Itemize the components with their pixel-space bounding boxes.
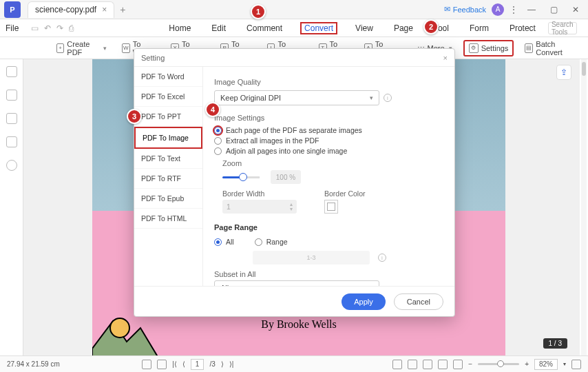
- menu-page[interactable]: Page: [391, 22, 416, 34]
- radio-page-range[interactable]: [255, 238, 262, 246]
- continuous-icon[interactable]: [453, 360, 463, 369]
- menu-home[interactable]: Home: [166, 22, 193, 34]
- batch-convert-button[interactable]: ▤Batch Convert: [521, 38, 580, 59]
- stepper-icon[interactable]: ▴▾: [290, 202, 293, 211]
- zoom-out-button[interactable]: −: [468, 360, 472, 368]
- select-tool-icon[interactable]: [157, 360, 167, 369]
- maximize-button[interactable]: ▢: [545, 3, 562, 17]
- info-icon[interactable]: i: [384, 94, 392, 102]
- undo-icon[interactable]: ↶: [44, 23, 51, 33]
- page-range-range-row[interactable]: Range: [255, 238, 288, 246]
- zoom-label: Zoom: [222, 159, 443, 167]
- search-rail-icon[interactable]: [6, 160, 17, 171]
- radio-page-all[interactable]: [214, 238, 222, 246]
- opt-each-page-label: Each page of the PDF as separate images: [226, 126, 362, 134]
- word-icon: W: [122, 43, 130, 53]
- zoom-slider[interactable]: [222, 176, 260, 178]
- menu-form[interactable]: Form: [467, 22, 492, 34]
- menu-comment[interactable]: Comment: [244, 22, 285, 34]
- close-window-button[interactable]: ✕: [567, 3, 584, 17]
- sidebar-pdf-to-epub[interactable]: PDF To Epub: [134, 189, 202, 209]
- page-range-input[interactable]: 1-3: [253, 251, 370, 265]
- zoom-value[interactable]: 100 %: [271, 170, 301, 184]
- bookmarks-icon[interactable]: [6, 90, 17, 101]
- sidebar-pdf-to-text[interactable]: PDF To Text: [134, 149, 202, 169]
- page-range-range-label: Range: [266, 238, 288, 246]
- menu-view[interactable]: View: [353, 22, 376, 34]
- first-page-button[interactable]: |⟨: [172, 360, 177, 368]
- menu-protect[interactable]: Protect: [507, 22, 538, 34]
- zoom-value-box[interactable]: 82%: [534, 359, 558, 370]
- print-icon[interactable]: ⎙: [69, 23, 74, 33]
- fit-page-icon[interactable]: [408, 360, 417, 369]
- prev-page-button[interactable]: ⟨: [182, 360, 185, 368]
- redo-icon[interactable]: ↷: [56, 23, 63, 33]
- attachments-icon[interactable]: [6, 113, 17, 124]
- two-page-icon[interactable]: [438, 360, 448, 369]
- sidebar-pdf-to-word[interactable]: PDF To Word: [134, 67, 202, 87]
- vertical-scrollbar[interactable]: [581, 59, 587, 355]
- sidebar-pdf-to-ppt[interactable]: PDF To PPT: [134, 107, 202, 127]
- search-tools-input[interactable]: Search Tools: [548, 22, 577, 34]
- user-avatar[interactable]: A: [492, 3, 504, 16]
- page-range-all-label: All: [226, 238, 234, 246]
- subset-select[interactable]: All pages ▾: [214, 280, 379, 286]
- gear-icon: ⚙: [469, 43, 479, 53]
- feedback-link[interactable]: ✉ Feedback: [444, 5, 486, 14]
- page-range-label: Page Range: [214, 223, 443, 231]
- next-page-button[interactable]: ⟩: [221, 360, 224, 368]
- cancel-button[interactable]: Cancel: [394, 293, 443, 310]
- radio-extract[interactable]: [214, 137, 222, 145]
- save-icon[interactable]: ▭: [31, 23, 39, 33]
- radio-adjoin[interactable]: [214, 147, 222, 155]
- minimize-button[interactable]: —: [523, 3, 540, 17]
- fit-width-icon[interactable]: [392, 360, 402, 369]
- image-quality-select[interactable]: Keep Original DPI ▾: [214, 90, 379, 105]
- opt-each-page-row[interactable]: Each page of the PDF as separate images: [214, 126, 443, 134]
- last-page-button[interactable]: ⟩|: [229, 360, 234, 368]
- dialog-close-button[interactable]: ×: [443, 54, 448, 62]
- hand-tool-icon[interactable]: [142, 360, 151, 369]
- menu-edit[interactable]: Edit: [209, 22, 229, 34]
- titlebar: P science-copy.pdf × + ✉ Feedback A ⋮ — …: [0, 0, 588, 19]
- page-range-all-row[interactable]: All: [214, 238, 234, 246]
- sidebar-pdf-to-image[interactable]: PDF To Image: [134, 127, 202, 149]
- document-tab[interactable]: science-copy.pdf ×: [28, 1, 114, 18]
- page-number-input[interactable]: 1: [191, 359, 204, 370]
- apply-button[interactable]: Apply: [342, 293, 386, 310]
- document-author-text: By Brooke Wells: [92, 318, 505, 331]
- sidebar-pdf-to-excel[interactable]: PDF To Excel: [134, 87, 202, 107]
- thumbnails-icon[interactable]: [6, 66, 17, 77]
- sidebar-pdf-to-html[interactable]: PDF To HTML: [134, 209, 202, 229]
- file-menu[interactable]: File: [6, 23, 19, 33]
- comments-icon[interactable]: [6, 136, 17, 147]
- opt-adjoin-row[interactable]: Adjoin all pages into one single image: [214, 147, 443, 155]
- fullscreen-icon[interactable]: [571, 360, 581, 369]
- app-menu-icon[interactable]: ⋮: [510, 5, 518, 14]
- zoom-in-button[interactable]: +: [525, 360, 529, 368]
- info-icon[interactable]: i: [378, 254, 386, 262]
- border-color-picker[interactable]: [324, 200, 338, 214]
- create-pdf-button[interactable]: +Create PDF▾: [52, 38, 111, 59]
- radio-each-page[interactable]: [214, 127, 222, 134]
- chevron-down-icon: ▾: [370, 94, 373, 101]
- settings-button[interactable]: ⚙Settings: [463, 40, 514, 56]
- close-tab-icon[interactable]: ×: [102, 5, 107, 14]
- subset-label: Subset in All: [214, 270, 443, 278]
- scrollbar-thumb[interactable]: [582, 62, 586, 76]
- share-button[interactable]: ⇪: [556, 65, 571, 80]
- chevron-down-icon[interactable]: ▾: [563, 361, 566, 367]
- new-tab-button[interactable]: +: [120, 4, 125, 15]
- zoom-slider-thumb[interactable]: [497, 360, 504, 367]
- dialog-title: Setting: [141, 54, 165, 62]
- opt-extract-row[interactable]: Extract all images in the PDF: [214, 136, 443, 145]
- border-width-input[interactable]: 1 ▴▾: [222, 200, 297, 214]
- image-quality-label: Image Quality: [214, 78, 443, 86]
- single-page-icon[interactable]: [423, 360, 432, 369]
- sidebar-pdf-to-rtf[interactable]: PDF To RTF: [134, 169, 202, 189]
- zoom-slider-thumb[interactable]: [239, 173, 247, 181]
- dialog-footer: Apply Cancel: [134, 286, 454, 316]
- menu-convert[interactable]: Convert: [300, 22, 337, 34]
- zoom-slider-status[interactable]: [478, 363, 519, 365]
- border-color-label: Border Color: [324, 189, 366, 198]
